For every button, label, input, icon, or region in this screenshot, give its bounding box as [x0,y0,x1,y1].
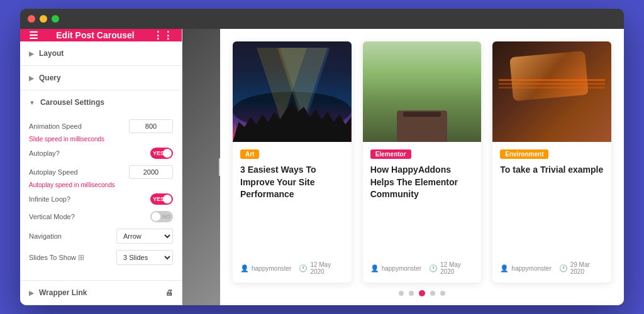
thumbnail-overlay [182,29,220,305]
card-1-body: Art 3 Easiest Ways To Improve Your Site … [233,142,352,283]
vertical-mode-row: Vertical Mode? NO [29,211,173,222]
maximize-button[interactable] [52,15,59,23]
wrapper-link-label: Wrapper Link [39,288,87,297]
carousel-card-1: Art 3 Easiest Ways To Improve Your Site … [233,41,352,283]
wrapper-link-section-toggle[interactable]: ▶ Wrapper Link 🖨 [20,281,182,305]
autoplay-label: Autoplay? [29,149,150,157]
card-2-title: How HappyAddons Helps The Elementor Comm… [370,164,474,201]
card-1-date: 🕐 12 May 2020 [299,261,343,275]
query-section-toggle[interactable]: ▶ Query [20,66,182,90]
vertical-mode-toggle[interactable]: NO [150,211,173,222]
layout-section-label: Layout [39,49,64,58]
author-icon: 👤 [240,264,249,273]
carousel-cards: Art 3 Easiest Ways To Improve Your Site … [233,41,611,283]
card-3-meta: 👤 happymonster 🕐 29 Mar 2020 [500,261,604,275]
autoplay-speed-hint: Autoplay speed in milliseconds [29,181,173,188]
card-1-image [233,41,352,142]
card-1-badge: Art [240,149,259,159]
carousel-dot-4[interactable] [430,291,435,296]
card-3-badge: Environment [500,149,548,159]
layout-section-toggle[interactable]: ▶ Layout [20,41,182,65]
hamburger-icon[interactable]: ☰ [29,30,38,41]
carousel-dot-3[interactable] [419,290,425,296]
wrapper-link-arrow-icon: ▶ [29,290,34,296]
sidebar-section-wrapper-link: ▶ Wrapper Link 🖨 [20,281,182,305]
close-button[interactable] [28,15,35,23]
wrapper-link-print-icon: 🖨 [165,288,173,297]
card-3-body: Environment To take a Trivial example 👤 … [492,142,611,283]
slides-to-show-label: Slides To Show ⊞ [29,253,116,262]
card-1-author: 👤 happymonster [240,264,291,273]
card-2-badge: Elementor [370,149,411,159]
animation-speed-input[interactable] [129,119,173,133]
slides-to-show-select[interactable]: 3 Slides 1 Slide 2 Slides 4 Slides [116,250,173,265]
infinite-loop-row: Infinite Loop? YES [29,193,173,205]
titlebar [20,9,624,29]
sidebar: ☰ Edit Post Carousel ⋮⋮ ▶ Layout ▶ Query [20,29,182,305]
autoplay-speed-input[interactable] [129,165,173,179]
infinite-loop-label: Infinite Loop? [29,195,150,203]
autoplay-toggle[interactable]: YES [150,148,173,159]
infinite-loop-toggle-knob [163,195,172,203]
slides-icon: ⊞ [78,253,84,262]
sidebar-header: ☰ Edit Post Carousel ⋮⋮ [20,29,182,41]
carousel-section-toggle[interactable]: ▼ Carousel Settings [20,90,182,114]
card-2-author: 👤 happymonster [370,264,421,273]
slides-to-show-select-wrap: 3 Slides 1 Slide 2 Slides 4 Slides [116,250,173,265]
card-3-image [492,41,611,142]
sidebar-section-query: ▶ Query [20,66,182,90]
carousel-section-content: Animation Speed Slide speed in milliseco… [20,114,182,280]
autoplay-row: Autoplay? YES [29,148,173,159]
minimize-button[interactable] [40,15,47,23]
card-3-author: 👤 happymonster [500,264,551,273]
clock-icon: 🕐 [299,264,308,273]
grid-icon[interactable]: ⋮⋮ [153,30,173,41]
layout-arrow-icon: ▶ [29,50,34,57]
navigation-label: Navigation [29,232,116,240]
clock-icon-2: 🕐 [429,264,438,273]
animation-speed-label: Animation Speed [29,122,129,130]
card-2-meta: 👤 happymonster 🕐 12 May 2020 [370,261,474,275]
author-icon-2: 👤 [370,264,379,273]
clock-icon-3: 🕐 [559,264,568,273]
autoplay-speed-label: Autoplay Speed [29,168,129,176]
carousel-dots [233,283,611,299]
card-2-image [363,41,482,142]
carousel-dot-5[interactable] [440,291,445,296]
query-arrow-icon: ▶ [29,75,34,82]
autoplay-toggle-knob [163,149,172,158]
slides-to-show-row: Slides To Show ⊞ 3 Slides 1 Slide 2 Slid… [29,250,173,265]
carousel-arrow-icon: ▼ [29,99,35,106]
query-section-label: Query [39,73,61,82]
animation-speed-hint: Slide speed in milliseconds [29,136,173,143]
navigation-select[interactable]: Arrow Dots Both None [116,229,173,244]
thumbnail-image [182,29,220,305]
app-window: ☰ Edit Post Carousel ⋮⋮ ▶ Layout ▶ Query [20,9,624,305]
left-thumbnail-strip: ‹ [182,29,220,305]
card-3-date: 🕐 29 Mar 2020 [559,261,604,275]
sidebar-header-title: Edit Post Carousel [56,30,134,40]
carousel-card-3: Environment To take a Trivial example 👤 … [492,41,611,283]
card-2-body: Elementor How HappyAddons Helps The Elem… [363,142,482,283]
navigation-row: Navigation Arrow Dots Both None [29,229,173,244]
main-preview: ‹ Art [182,29,624,305]
infinite-loop-toggle[interactable]: YES [150,193,173,205]
vertical-mode-toggle-knob [152,212,160,221]
carousel-section-label: Carousel Settings [40,98,104,107]
sidebar-section-carousel: ▼ Carousel Settings Animation Speed Slid… [20,90,182,281]
collapse-panel-button[interactable]: ‹ [219,158,220,176]
card-1-meta: 👤 happymonster 🕐 12 May 2020 [240,261,344,275]
card-2-date: 🕐 12 May 2020 [429,261,474,275]
app-body: ☰ Edit Post Carousel ⋮⋮ ▶ Layout ▶ Query [20,29,624,305]
vertical-mode-toggle-label: NO [162,214,171,220]
author-icon-3: 👤 [500,264,509,273]
animation-speed-row: Animation Speed [29,119,173,133]
carousel-dot-1[interactable] [399,291,404,296]
carousel-card-2: Elementor How HappyAddons Helps The Elem… [363,41,482,283]
vertical-mode-label: Vertical Mode? [29,213,150,220]
autoplay-speed-row: Autoplay Speed [29,165,173,179]
sidebar-section-layout: ▶ Layout [20,41,182,66]
navigation-select-wrap: Arrow Dots Both None [116,229,173,244]
carousel-dot-2[interactable] [409,291,414,296]
carousel-area: Art 3 Easiest Ways To Improve Your Site … [220,29,624,305]
